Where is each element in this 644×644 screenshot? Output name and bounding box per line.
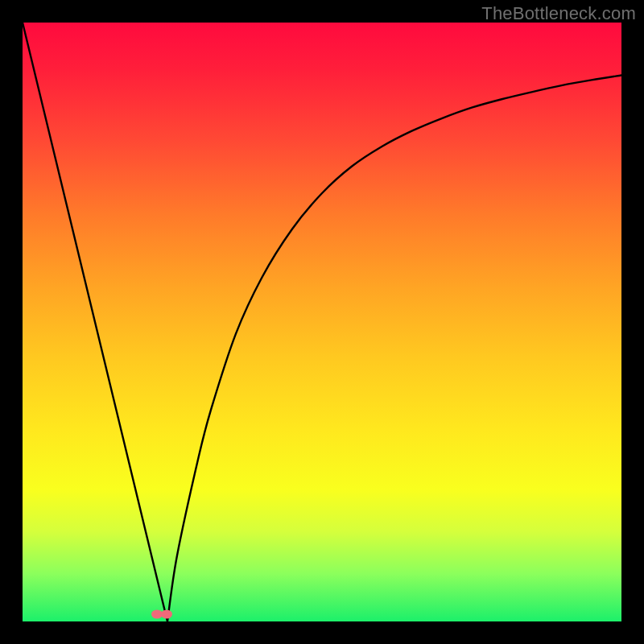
- data-point-marker: [161, 610, 172, 619]
- watermark-text: TheBottleneck.com: [481, 3, 636, 24]
- chart-frame: TheBottleneck.com: [0, 0, 644, 644]
- plot-area: [23, 23, 621, 621]
- bottleneck-curve: [23, 23, 621, 621]
